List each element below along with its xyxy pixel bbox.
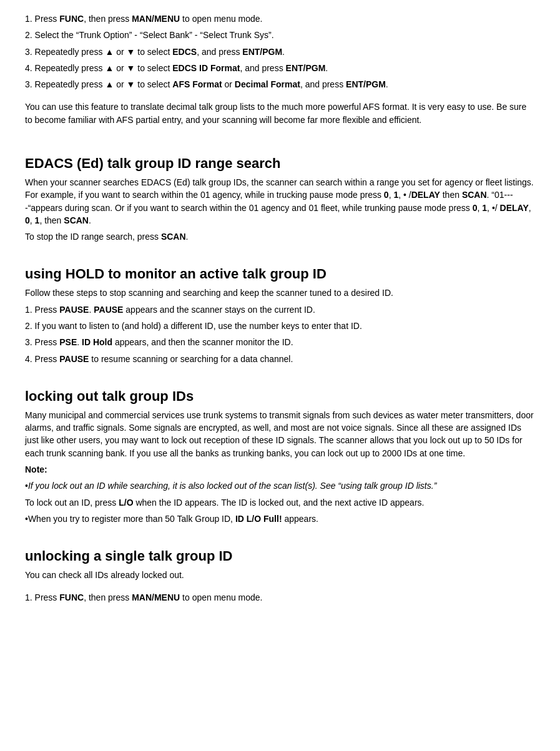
unlock-step-1: 1. Press FUNC, then press MAN/MENU to op…: [25, 591, 535, 604]
page-content: 1. Press FUNC, then press MAN/MENU to op…: [25, 12, 535, 604]
spacer-2: [25, 130, 535, 136]
spacer-5: [25, 369, 535, 375]
spacer-6: [25, 529, 535, 535]
edacs-heading: EDACS (Ed) talk group ID range search: [25, 154, 535, 174]
step-2: 2. Select the “Trunk Option” - “Select B…: [25, 29, 535, 41]
afs-description: You can use this feature to translate de…: [25, 101, 535, 126]
step-4: 4. Repeatedly press ▲ or ▼ to select EDC…: [25, 62, 535, 74]
edacs-para-1: When your scanner searches EDACS (Ed) ta…: [25, 176, 535, 227]
spacer-1: [25, 94, 535, 101]
spacer-4: [25, 247, 535, 253]
lockout-heading: locking out talk group IDs: [25, 386, 535, 406]
note-bullet-1: •If you lock out an ID while searching, …: [25, 479, 535, 492]
hold-step-4: 4. Press PAUSE to resume scanning or sea…: [25, 353, 535, 365]
edacs-para-2: To stop the ID range search, press SCAN.: [25, 230, 535, 243]
lockout-para-1: Many municipal and commercial services u…: [25, 409, 535, 459]
spacer-3: [25, 136, 535, 142]
hold-step-2: 2. If you want to listen to (and hold) a…: [25, 320, 535, 332]
hold-step-3: 3. Press PSE. ID Hold appears, and then …: [25, 336, 535, 348]
lockout-para-2: To lock out an ID, press L/O when the ID…: [25, 496, 535, 509]
hold-para-1: Follow these steps to stop scanning and …: [25, 287, 535, 299]
step-1: 1. Press FUNC, then press MAN/MENU to op…: [25, 12, 535, 25]
hold-heading: using HOLD to monitor an active talk gro…: [25, 264, 535, 284]
note-label: Note:: [25, 463, 535, 476]
lockout-bullet-2: •When you try to register more than 50 T…: [25, 513, 535, 525]
unlock-heading: unlocking a single talk group ID: [25, 546, 535, 566]
unlock-para-1: You can check all IDs already locked out…: [25, 569, 535, 581]
step-5: 3. Repeatedly press ▲ or ▼ to select AFS…: [25, 78, 535, 91]
spacer-7: [25, 585, 535, 591]
hold-step-1: 1. Press PAUSE. PAUSE appears and the sc…: [25, 303, 535, 316]
step-3: 3. Repeatedly press ▲ or ▼ to select EDC…: [25, 46, 535, 58]
